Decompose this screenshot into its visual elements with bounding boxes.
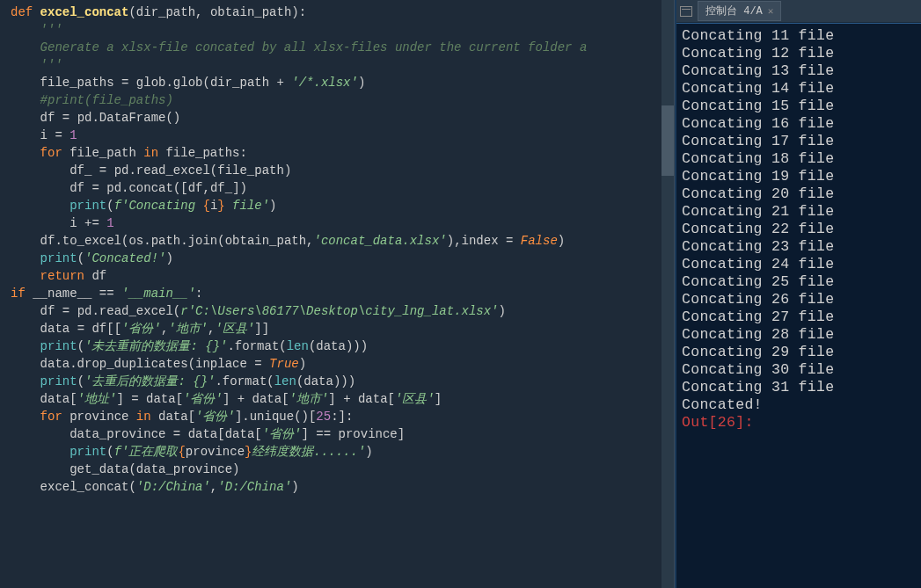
console-line: Concating 14 file — [682, 80, 916, 98]
code-line[interactable]: if __name__ == '__main__': — [11, 285, 662, 302]
code-line[interactable]: #print(file_paths) — [11, 91, 662, 109]
out-prompt: Out[26]: — [682, 414, 916, 432]
console-line: Concating 24 file — [682, 256, 916, 273]
console-pane: 控制台 4/A ✕ Concating 11 fileConcating 12 … — [675, 0, 921, 588]
code-line[interactable]: ''' — [11, 21, 662, 39]
code-line[interactable]: get_data(data_province) — [11, 461, 662, 478]
console-tab-bar: 控制台 4/A ✕ — [676, 0, 921, 23]
code-line[interactable]: i = 1 — [11, 127, 662, 144]
console-line: Concating 29 file — [682, 344, 916, 361]
code-line[interactable]: print('未去重前的数据量: {}'.format(len(data))) — [11, 338, 662, 355]
scrollbar-thumb[interactable] — [662, 105, 674, 176]
source-code[interactable]: def excel_concat(dir_path, obtain_path):… — [0, 0, 662, 588]
code-line[interactable]: data['地址'] = data['省份'] + data['地市'] + d… — [11, 390, 662, 408]
console-line: Concating 25 file — [682, 273, 916, 291]
code-line[interactable]: excel_concat('D:/China','D:/China') — [11, 478, 662, 496]
code-line[interactable]: def excel_concat(dir_path, obtain_path): — [11, 4, 662, 21]
console-line: Concating 12 file — [682, 45, 916, 62]
code-line[interactable]: i += 1 — [11, 214, 662, 232]
console-tab[interactable]: 控制台 4/A ✕ — [698, 1, 781, 21]
console-tab-label: 控制台 4/A — [705, 4, 763, 18]
code-line[interactable]: df = pd.read_excel(r'C:\Users\86177\Desk… — [11, 302, 662, 320]
console-line: Concating 18 file — [682, 150, 916, 168]
code-line[interactable]: df_ = pd.read_excel(file_path) — [11, 162, 662, 179]
console-line: Concating 22 file — [682, 221, 916, 238]
console-line: Concating 13 file — [682, 62, 916, 80]
code-line[interactable]: df = pd.concat([df,df_]) — [11, 179, 662, 197]
code-line[interactable]: print('去重后的数据量: {}'.format(len(data))) — [11, 373, 662, 390]
console-line: Concating 27 file — [682, 309, 916, 326]
console-line: Concating 23 file — [682, 238, 916, 256]
code-line[interactable]: return df — [11, 267, 662, 285]
code-line[interactable]: data_province = data[data['省份'] == provi… — [11, 425, 662, 443]
console-line: Concating 28 file — [682, 326, 916, 344]
code-line[interactable]: data.drop_duplicates(inplace = True) — [11, 355, 662, 373]
close-icon[interactable]: ✕ — [768, 5, 774, 17]
console-line: Concating 16 file — [682, 115, 916, 133]
console-icon — [680, 6, 692, 17]
console-line: Concating 20 file — [682, 185, 916, 203]
code-line[interactable]: for province in data['省份'].unique()[25:]… — [11, 408, 662, 425]
console-line: Concating 31 file — [682, 379, 916, 396]
ide-window: def excel_concat(dir_path, obtain_path):… — [0, 0, 921, 588]
code-line[interactable]: df.to_excel(os.path.join(obtain_path,'co… — [11, 232, 662, 250]
code-line[interactable]: Generate a xlsx-file concated by all xls… — [11, 39, 662, 56]
console-line: Concating 15 file — [682, 98, 916, 115]
console-line: Concating 30 file — [682, 361, 916, 379]
code-line[interactable]: print(f'Concating {i} file') — [11, 197, 662, 214]
console-line: Concated! — [682, 396, 916, 414]
editor-scrollbar[interactable] — [662, 0, 674, 588]
code-line[interactable]: file_paths = glob.glob(dir_path + '/*.xl… — [11, 74, 662, 91]
console-line: Concating 17 file — [682, 133, 916, 150]
code-line[interactable]: print(f'正在爬取{province}经纬度数据......') — [11, 443, 662, 461]
code-line[interactable]: for file_path in file_paths: — [11, 144, 662, 162]
code-line[interactable]: data = df[['省份','地市','区县']] — [11, 320, 662, 338]
editor-pane[interactable]: def excel_concat(dir_path, obtain_path):… — [0, 0, 675, 588]
code-line[interactable]: df = pd.DataFrame() — [11, 109, 662, 127]
console-output[interactable]: Concating 11 fileConcating 12 fileConcat… — [676, 23, 921, 588]
console-line: Concating 26 file — [682, 291, 916, 309]
console-line: Concating 21 file — [682, 203, 916, 221]
console-line: Concating 19 file — [682, 168, 916, 185]
code-line[interactable]: ''' — [11, 56, 662, 74]
code-line[interactable]: print('Concated!') — [11, 250, 662, 267]
console-line: Concating 11 file — [682, 27, 916, 45]
